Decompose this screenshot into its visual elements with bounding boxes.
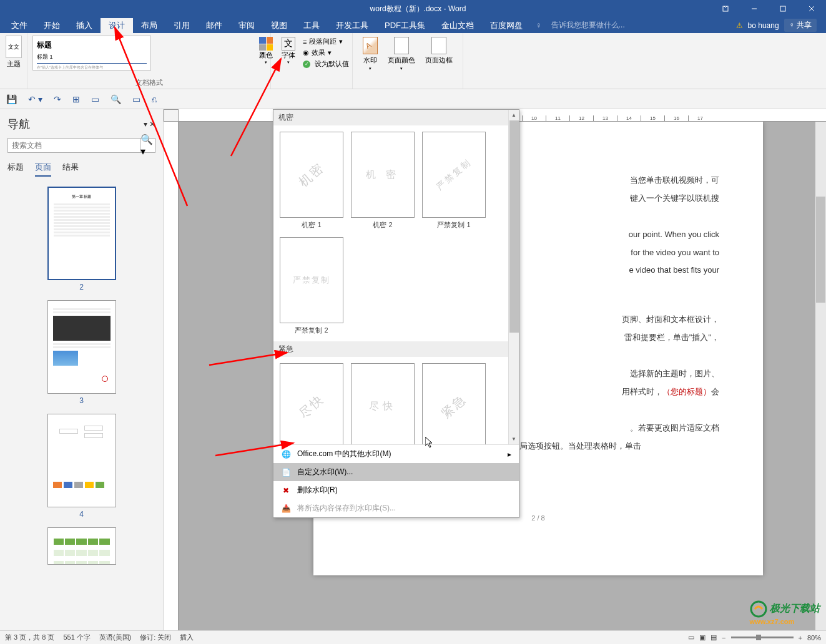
- zoom-out-icon[interactable]: −: [722, 634, 725, 642]
- fonts-button[interactable]: 文 字体▾: [278, 36, 299, 66]
- chevron-right-icon: ▸: [508, 450, 511, 459]
- effects-button[interactable]: ◉效果 ▾: [303, 48, 349, 57]
- vertical-scrollbar[interactable]: [815, 109, 826, 630]
- view-web-icon[interactable]: ▤: [710, 633, 717, 642]
- menu-review[interactable]: 审阅: [230, 18, 263, 33]
- menu-baidu[interactable]: 百度网盘: [482, 18, 531, 33]
- page-num-3: 3: [47, 396, 116, 405]
- share-button[interactable]: ♀ 共享: [784, 19, 817, 32]
- dropdown-scrollbar-thumb[interactable]: [509, 120, 519, 333]
- wm-section-urgent: 紧急: [273, 341, 519, 357]
- ribbon-options-button[interactable]: [711, 0, 740, 17]
- status-track-changes[interactable]: 修订: 关闭: [140, 633, 171, 642]
- doc-format-group-label: 文档格式: [27, 78, 270, 87]
- page-icon: 📄: [281, 467, 291, 477]
- save-icon[interactable]: 💾: [6, 94, 17, 104]
- wm-item-nocopy-1[interactable]: 严禁复制严禁复制 1: [422, 132, 486, 230]
- themes-button[interactable]: 文文: [6, 36, 22, 58]
- set-default-button[interactable]: ✓设为默认值: [303, 59, 349, 69]
- menu-design[interactable]: 设计: [101, 18, 133, 33]
- wm-menu-remove[interactable]: ✖ 删除水印(R): [273, 481, 519, 499]
- wm-item-confidential-1[interactable]: 机密机密 1: [280, 132, 343, 230]
- svg-rect-2: [780, 6, 785, 11]
- save-to-gallery-icon: 📥: [281, 504, 291, 514]
- colors-button[interactable]: 颜色▾: [255, 36, 277, 66]
- minimize-button[interactable]: [740, 0, 769, 17]
- redo-icon[interactable]: ↷: [54, 94, 61, 104]
- themes-label: 主题: [7, 59, 21, 69]
- menu-pdf[interactable]: PDF工具集: [376, 18, 433, 33]
- menu-references[interactable]: 引用: [165, 18, 198, 33]
- undo-icon[interactable]: ↶ ▾: [28, 94, 42, 104]
- view-print-icon[interactable]: ▣: [699, 633, 706, 642]
- svg-point-9: [751, 602, 766, 617]
- status-language[interactable]: 英语(美国): [99, 633, 131, 642]
- nav-tab-pages[interactable]: 页面: [35, 162, 51, 177]
- menu-developer[interactable]: 开发工具: [328, 18, 376, 33]
- tell-me-input[interactable]: 告诉我您想要做什么...: [551, 20, 625, 31]
- scrollbar-thumb[interactable]: [816, 197, 825, 303]
- page-thumbnail-2[interactable]: 第一章 标题: [47, 187, 116, 280]
- warning-icon: ⚠: [736, 21, 743, 30]
- menu-kingsoft[interactable]: 金山文档: [433, 18, 482, 33]
- page-num-2: 2: [47, 283, 116, 291]
- wm-menu-save: 📥 将所选内容保存到水印库(S)...: [273, 499, 519, 517]
- qat-btn-5[interactable]: ▭: [91, 94, 99, 104]
- qat-btn-7[interactable]: ▭: [132, 94, 140, 104]
- paragraph-spacing-button[interactable]: ≡段落间距 ▾: [303, 37, 349, 46]
- nav-close-icon[interactable]: ▾ ✕: [144, 120, 155, 129]
- vertical-ruler[interactable]: [164, 122, 179, 630]
- globe-icon: 🌐: [281, 449, 291, 459]
- lightbulb-icon: ♀: [536, 21, 542, 30]
- page-thumbnail-4[interactable]: [47, 414, 116, 507]
- dropdown-scrollbar[interactable]: ▲ ▼: [508, 110, 519, 444]
- wm-item-nocopy-2[interactable]: 严禁复制严禁复制 2: [280, 237, 343, 335]
- nav-panel-title: 导航: [7, 117, 30, 132]
- qat-btn-4[interactable]: ⊞: [72, 94, 80, 104]
- maximize-button[interactable]: [769, 0, 797, 17]
- menu-mailings[interactable]: 邮件: [198, 18, 230, 33]
- menu-view[interactable]: 视图: [263, 18, 295, 33]
- page-thumbnail-3[interactable]: [47, 300, 116, 394]
- watermark-button[interactable]: A 水印 ▾: [358, 36, 383, 72]
- status-words[interactable]: 551 个字: [63, 633, 90, 642]
- wm-menu-custom[interactable]: 📄 自定义水印(W)...: [273, 463, 519, 481]
- qat-btn-8[interactable]: ⎌: [152, 94, 157, 104]
- site-watermark: 极光下载站 www.xz7.com: [750, 600, 820, 625]
- scroll-down-icon[interactable]: ▼: [509, 434, 519, 444]
- status-page[interactable]: 第 3 页，共 8 页: [5, 633, 54, 642]
- nav-search-input[interactable]: [8, 139, 140, 152]
- page-num-4: 4: [47, 510, 116, 519]
- view-read-icon[interactable]: ▭: [688, 633, 694, 642]
- wm-item-asap-2[interactable]: 尽快尽快 2: [351, 363, 415, 444]
- nav-tab-headings[interactable]: 标题: [7, 162, 24, 177]
- close-button[interactable]: [797, 0, 826, 17]
- menu-tools[interactable]: 工具: [295, 18, 328, 33]
- menu-file[interactable]: 文件: [3, 18, 36, 33]
- zoom-level[interactable]: 80%: [807, 634, 821, 642]
- status-insert-mode[interactable]: 插入: [180, 633, 194, 642]
- watermark-dropdown: 机密 机密机密 1 机 密机密 2 严禁复制严禁复制 1 严禁复制严禁复制 2 …: [273, 109, 519, 518]
- menu-home[interactable]: 开始: [36, 18, 68, 33]
- nav-tab-results[interactable]: 结果: [62, 162, 79, 177]
- scroll-up-icon[interactable]: ▲: [509, 110, 519, 120]
- page-color-button[interactable]: 页面颜色 ▾: [383, 36, 420, 72]
- qat-btn-6[interactable]: 🔍: [111, 94, 121, 104]
- zoom-in-icon[interactable]: +: [799, 634, 802, 642]
- delete-icon: ✖: [281, 485, 291, 495]
- style-set-gallery[interactable]: 标题 标题 1 在"插入"选项卡上的库中包含旨在整体与: [32, 36, 151, 71]
- page-thumbnail-5[interactable]: [47, 527, 116, 565]
- menu-insert[interactable]: 插入: [68, 18, 101, 33]
- wm-menu-office[interactable]: 🌐 Office.com 中的其他水印(M) ▸: [273, 445, 519, 463]
- ruler-corner: [164, 109, 179, 122]
- wm-item-asap-1[interactable]: 尽快尽快 1: [280, 363, 343, 444]
- wm-item-urgent-1[interactable]: 紧急紧急 1: [422, 363, 486, 444]
- svg-rect-0: [723, 6, 728, 11]
- user-name[interactable]: bo huang: [748, 21, 779, 30]
- wm-section-confidential: 机密: [273, 110, 519, 125]
- wm-item-confidential-2[interactable]: 机 密机密 2: [351, 132, 415, 230]
- menu-layout[interactable]: 布局: [133, 18, 165, 33]
- search-icon[interactable]: 🔍▾: [140, 139, 155, 152]
- zoom-slider[interactable]: [731, 637, 794, 638]
- page-borders-button[interactable]: 页面边框: [420, 36, 458, 72]
